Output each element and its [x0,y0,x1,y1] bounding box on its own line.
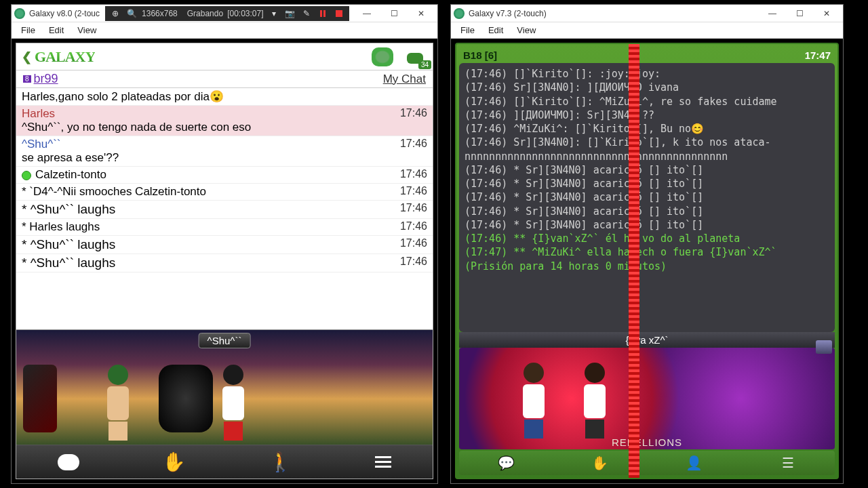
chat-message[interactable]: * Harles laughs17:46 [16,219,433,236]
chat-line: (17:46) * Sr][3N4N0] acarició [] ito`[] [465,218,829,232]
menu-view[interactable]: View [72,24,102,37]
app-icon [14,8,25,19]
dropdown-icon[interactable]: ▾ [268,7,280,20]
menu-edit[interactable]: Edit [483,24,509,37]
recorder-toolbar: ⊕ 🔍 1366x768 Grabando [00:03:07] ▾ 📷 ✎ [105,6,349,21]
menu-file[interactable]: File [16,24,41,37]
chat-message[interactable]: * ^Shu^`` laughs17:46 [16,254,433,272]
v7-top-bar: B18 [6] 17:47 [459,47,835,63]
chat-line: (17:46) Sr][3N4N0]: []`Kirito`[], k ito … [465,136,829,163]
nav-hand-button[interactable]: ✋ [591,455,610,470]
left-menubar: File Edit View [12,22,437,39]
menu-file[interactable]: File [455,24,480,37]
chat-message[interactable]: Harles17:46^Shu^``, yo no tengo nada de … [16,106,433,136]
nav-person-button[interactable]: 👤 [684,455,703,470]
chat-line: (17:46) * Sr][3N4N0] acarició [] ito`[] [465,205,829,218]
nav-list-button[interactable] [375,456,391,468]
minimize-button[interactable]: — [353,7,380,20]
chat-message[interactable]: * `D4^-^Nii smooches Calzetin-tonto17:46 [16,184,433,201]
chat-line-system: (17:46) ** {I}van`xZ^` él ha vo do al pl… [465,232,829,245]
galaxy-header: ❮ GALAXY 34 [16,43,433,70]
chat-message[interactable]: Calzetin-tonto17:46 [16,167,433,184]
selected-user-label[interactable]: {I}va xZ^` [459,332,835,348]
close-button[interactable]: ✕ [813,7,840,20]
clan-label: REBELLIONS [459,436,835,448]
close-button[interactable]: ✕ [408,7,435,20]
zoom-icon[interactable]: 🔍 [125,7,138,20]
chat-line: (17:46) []`Kirito`[]: :joy::joy: [465,67,829,81]
my-chat-link[interactable]: My Chat [383,73,426,86]
maximize-button[interactable]: ☐ [786,7,813,20]
messages-icon[interactable] [372,47,393,66]
right-titlebar[interactable]: Galaxy v7.3 (2-touch) — ☐ ✕ [451,5,843,22]
chat-line: (17:46) ^MiZuKi^: []`Kirito`[], Bu no😊 [465,122,829,136]
selected-avatar-label[interactable]: ^Shu^`` [199,333,251,348]
v7-bottom-nav: 💬 ✋ 👤 ☰ [459,451,835,475]
pen-icon[interactable]: ✎ [300,7,313,20]
chat-message[interactable]: * ^Shu^`` laughs17:46 [16,236,433,254]
chat-line-system: (17:47) ** ^MiZuKi^ ella ha ech o fuera … [465,245,829,273]
recorder-resolution: 1366x768 [142,9,178,18]
room-badge: 8 [23,75,31,83]
chat-line: (17:46) * Sr][3N4N0] acarició [] ito`[] [465,163,829,177]
chat-messages[interactable]: Harles,gano solo 2 plateadas por dia😮Har… [16,88,433,329]
window-title: Galaxy v7.3 (2-touch) [469,9,547,18]
menu-edit[interactable]: Edit [43,24,69,37]
camera-icon[interactable]: 📷 [284,7,296,20]
menu-view[interactable]: View [511,24,541,37]
minimize-button[interactable]: — [759,7,786,20]
stop-record-icon[interactable] [333,7,345,20]
galaxy-v8-frame: ❮ GALAXY 34 8 br99 My Chat Harles,gano s… [16,43,433,479]
galaxy-logo: GALAXY [35,48,95,66]
room-label[interactable]: B18 [6] [463,49,497,61]
left-app-body: ❮ GALAXY 34 8 br99 My Chat Harles,gano s… [12,39,437,483]
recorder-status-label: Grabando [187,9,223,18]
settings-icon[interactable] [816,340,832,354]
chat-room-header: 8 br99 My Chat [16,70,433,88]
bottom-nav: ✋ 🚶 [16,445,433,479]
avatar-area[interactable]: ^Shu^`` [16,329,433,445]
chat-message[interactable]: ^Shu^``17:46se apresa a ese'?? [16,136,433,167]
back-button[interactable]: ❮ [22,49,32,64]
chat-message[interactable]: Harles,gano solo 2 plateadas por dia😮 [16,88,433,106]
nav-hand-button[interactable]: ✋ [162,451,186,473]
red-scan-line [629,44,639,478]
people-icon[interactable]: 34 [406,47,427,66]
window-title: Galaxy v8.0 (2-touc [29,9,100,18]
app-icon [454,8,465,19]
maximize-button[interactable]: ☐ [380,7,408,20]
people-count-badge: 34 [418,60,431,69]
right-menubar: File Edit View [451,22,843,39]
right-app-body: B18 [6] 17:47 (17:46) []`Kirito`[]: :joy… [451,39,843,483]
nav-list-button[interactable]: ☰ [778,455,797,470]
nav-person-button[interactable]: 🚶 [269,451,292,473]
nav-chat-button[interactable] [58,454,79,470]
chat-line: (17:46) []`Kirito`[]: ^MiZuKi^, re so fa… [465,95,829,108]
crosshair-icon[interactable]: ⊕ [109,7,121,20]
room-name[interactable]: br99 [34,72,58,86]
chat-message[interactable]: * ^Shu^`` laughs17:46 [16,201,433,219]
clock: 17:47 [805,49,831,61]
recorder-time: [00:03:07] [227,9,263,18]
chat-line: (17:46) Sr][3N4N0]: ][ДИОИЧМО ivana [465,81,829,94]
pause-record-icon[interactable] [317,7,329,20]
right-app-window: Galaxy v7.3 (2-touch) — ☐ ✕ File Edit Vi… [450,4,844,484]
v7-avatar-area[interactable]: REBELLIONS [459,348,835,449]
left-titlebar[interactable]: Galaxy v8.0 (2-touc ⊕ 🔍 1366x768 Graband… [12,5,437,22]
nav-chat-button[interactable]: 💬 [496,455,515,470]
v7-chat-log[interactable]: (17:46) []`Kirito`[]: :joy::joy:(17:46) … [459,63,835,332]
galaxy-v7-frame: B18 [6] 17:47 (17:46) []`Kirito`[]: :joy… [455,43,839,479]
chat-line: (17:46) * Sr][3N4N0] acarició [] ito`[] [465,177,829,190]
chat-line: (17:46) ][ДИОИЧМО]: Sr][3N4N ?? [465,108,829,122]
left-app-window: Galaxy v8.0 (2-touc ⊕ 🔍 1366x768 Graband… [11,4,438,484]
chat-line: (17:46) * Sr][3N4N0] acarició [] ito`[] [465,190,829,204]
